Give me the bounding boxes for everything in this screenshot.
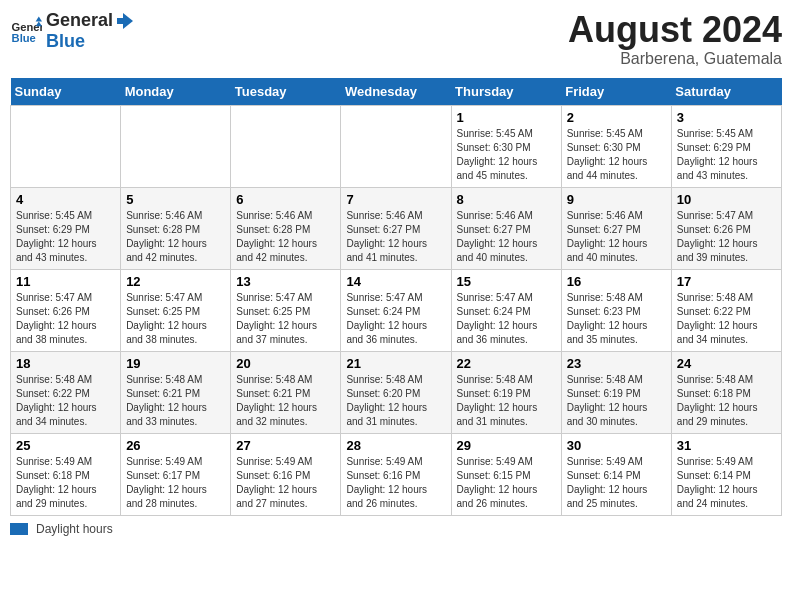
calendar-cell: 23Sunrise: 5:48 AM Sunset: 6:19 PM Dayli…	[561, 351, 671, 433]
day-number: 10	[677, 192, 776, 207]
calendar-cell: 12Sunrise: 5:47 AM Sunset: 6:25 PM Dayli…	[121, 269, 231, 351]
calendar-cell: 31Sunrise: 5:49 AM Sunset: 6:14 PM Dayli…	[671, 433, 781, 515]
day-number: 16	[567, 274, 666, 289]
day-number: 4	[16, 192, 115, 207]
day-number: 8	[457, 192, 556, 207]
day-number: 29	[457, 438, 556, 453]
day-info: Sunrise: 5:47 AM Sunset: 6:26 PM Dayligh…	[677, 209, 776, 265]
calendar-cell: 28Sunrise: 5:49 AM Sunset: 6:16 PM Dayli…	[341, 433, 451, 515]
calendar-cell: 19Sunrise: 5:48 AM Sunset: 6:21 PM Dayli…	[121, 351, 231, 433]
logo-icon: General Blue	[10, 15, 42, 47]
day-info: Sunrise: 5:46 AM Sunset: 6:27 PM Dayligh…	[457, 209, 556, 265]
calendar-cell: 8Sunrise: 5:46 AM Sunset: 6:27 PM Daylig…	[451, 187, 561, 269]
day-info: Sunrise: 5:49 AM Sunset: 6:15 PM Dayligh…	[457, 455, 556, 511]
day-info: Sunrise: 5:49 AM Sunset: 6:14 PM Dayligh…	[567, 455, 666, 511]
calendar-cell: 24Sunrise: 5:48 AM Sunset: 6:18 PM Dayli…	[671, 351, 781, 433]
day-info: Sunrise: 5:48 AM Sunset: 6:19 PM Dayligh…	[567, 373, 666, 429]
calendar-cell: 20Sunrise: 5:48 AM Sunset: 6:21 PM Dayli…	[231, 351, 341, 433]
week-row-1: 1Sunrise: 5:45 AM Sunset: 6:30 PM Daylig…	[11, 105, 782, 187]
day-info: Sunrise: 5:47 AM Sunset: 6:26 PM Dayligh…	[16, 291, 115, 347]
day-number: 5	[126, 192, 225, 207]
day-number: 2	[567, 110, 666, 125]
calendar-cell: 18Sunrise: 5:48 AM Sunset: 6:22 PM Dayli…	[11, 351, 121, 433]
calendar-cell	[11, 105, 121, 187]
col-header-friday: Friday	[561, 78, 671, 106]
day-info: Sunrise: 5:45 AM Sunset: 6:29 PM Dayligh…	[16, 209, 115, 265]
calendar-cell	[341, 105, 451, 187]
day-number: 18	[16, 356, 115, 371]
day-info: Sunrise: 5:49 AM Sunset: 6:16 PM Dayligh…	[236, 455, 335, 511]
day-number: 6	[236, 192, 335, 207]
day-number: 12	[126, 274, 225, 289]
calendar-cell: 29Sunrise: 5:49 AM Sunset: 6:15 PM Dayli…	[451, 433, 561, 515]
calendar-cell: 22Sunrise: 5:48 AM Sunset: 6:19 PM Dayli…	[451, 351, 561, 433]
day-info: Sunrise: 5:46 AM Sunset: 6:28 PM Dayligh…	[236, 209, 335, 265]
calendar-cell: 3Sunrise: 5:45 AM Sunset: 6:29 PM Daylig…	[671, 105, 781, 187]
title-block: August 2024 Barberena, Guatemala	[568, 10, 782, 68]
day-number: 20	[236, 356, 335, 371]
col-header-sunday: Sunday	[11, 78, 121, 106]
day-number: 23	[567, 356, 666, 371]
calendar-cell: 16Sunrise: 5:48 AM Sunset: 6:23 PM Dayli…	[561, 269, 671, 351]
day-info: Sunrise: 5:46 AM Sunset: 6:27 PM Dayligh…	[567, 209, 666, 265]
day-info: Sunrise: 5:47 AM Sunset: 6:24 PM Dayligh…	[346, 291, 445, 347]
day-info: Sunrise: 5:46 AM Sunset: 6:28 PM Dayligh…	[126, 209, 225, 265]
day-info: Sunrise: 5:47 AM Sunset: 6:24 PM Dayligh…	[457, 291, 556, 347]
day-number: 24	[677, 356, 776, 371]
day-number: 28	[346, 438, 445, 453]
daylight-bar-icon	[10, 523, 28, 535]
day-info: Sunrise: 5:48 AM Sunset: 6:20 PM Dayligh…	[346, 373, 445, 429]
day-info: Sunrise: 5:48 AM Sunset: 6:22 PM Dayligh…	[16, 373, 115, 429]
day-number: 13	[236, 274, 335, 289]
daylight-label: Daylight hours	[36, 522, 113, 536]
day-info: Sunrise: 5:46 AM Sunset: 6:27 PM Dayligh…	[346, 209, 445, 265]
calendar-cell: 30Sunrise: 5:49 AM Sunset: 6:14 PM Dayli…	[561, 433, 671, 515]
day-number: 27	[236, 438, 335, 453]
calendar-subtitle: Barberena, Guatemala	[568, 50, 782, 68]
day-number: 31	[677, 438, 776, 453]
day-info: Sunrise: 5:45 AM Sunset: 6:29 PM Dayligh…	[677, 127, 776, 183]
logo-blue: Blue	[46, 31, 135, 52]
page-header: General Blue General Blue August 2024 Ba…	[10, 10, 782, 68]
col-header-wednesday: Wednesday	[341, 78, 451, 106]
day-number: 19	[126, 356, 225, 371]
calendar-cell: 2Sunrise: 5:45 AM Sunset: 6:30 PM Daylig…	[561, 105, 671, 187]
calendar-cell	[121, 105, 231, 187]
calendar-cell: 5Sunrise: 5:46 AM Sunset: 6:28 PM Daylig…	[121, 187, 231, 269]
calendar-cell: 6Sunrise: 5:46 AM Sunset: 6:28 PM Daylig…	[231, 187, 341, 269]
day-info: Sunrise: 5:45 AM Sunset: 6:30 PM Dayligh…	[457, 127, 556, 183]
day-info: Sunrise: 5:47 AM Sunset: 6:25 PM Dayligh…	[126, 291, 225, 347]
day-number: 17	[677, 274, 776, 289]
calendar-table: SundayMondayTuesdayWednesdayThursdayFrid…	[10, 78, 782, 516]
calendar-cell	[231, 105, 341, 187]
day-number: 25	[16, 438, 115, 453]
calendar-cell: 15Sunrise: 5:47 AM Sunset: 6:24 PM Dayli…	[451, 269, 561, 351]
calendar-cell: 10Sunrise: 5:47 AM Sunset: 6:26 PM Dayli…	[671, 187, 781, 269]
calendar-cell: 13Sunrise: 5:47 AM Sunset: 6:25 PM Dayli…	[231, 269, 341, 351]
day-info: Sunrise: 5:45 AM Sunset: 6:30 PM Dayligh…	[567, 127, 666, 183]
calendar-cell: 27Sunrise: 5:49 AM Sunset: 6:16 PM Dayli…	[231, 433, 341, 515]
week-row-4: 18Sunrise: 5:48 AM Sunset: 6:22 PM Dayli…	[11, 351, 782, 433]
day-number: 14	[346, 274, 445, 289]
calendar-cell: 4Sunrise: 5:45 AM Sunset: 6:29 PM Daylig…	[11, 187, 121, 269]
day-number: 1	[457, 110, 556, 125]
calendar-cell: 14Sunrise: 5:47 AM Sunset: 6:24 PM Dayli…	[341, 269, 451, 351]
day-info: Sunrise: 5:48 AM Sunset: 6:19 PM Dayligh…	[457, 373, 556, 429]
day-info: Sunrise: 5:49 AM Sunset: 6:18 PM Dayligh…	[16, 455, 115, 511]
day-number: 22	[457, 356, 556, 371]
svg-marker-4	[117, 13, 133, 29]
week-row-3: 11Sunrise: 5:47 AM Sunset: 6:26 PM Dayli…	[11, 269, 782, 351]
day-info: Sunrise: 5:48 AM Sunset: 6:21 PM Dayligh…	[236, 373, 335, 429]
day-number: 11	[16, 274, 115, 289]
calendar-cell: 26Sunrise: 5:49 AM Sunset: 6:17 PM Dayli…	[121, 433, 231, 515]
calendar-cell: 1Sunrise: 5:45 AM Sunset: 6:30 PM Daylig…	[451, 105, 561, 187]
logo: General Blue General Blue	[10, 10, 135, 52]
day-info: Sunrise: 5:48 AM Sunset: 6:22 PM Dayligh…	[677, 291, 776, 347]
col-header-tuesday: Tuesday	[231, 78, 341, 106]
day-info: Sunrise: 5:48 AM Sunset: 6:21 PM Dayligh…	[126, 373, 225, 429]
day-number: 26	[126, 438, 225, 453]
day-info: Sunrise: 5:49 AM Sunset: 6:16 PM Dayligh…	[346, 455, 445, 511]
day-number: 21	[346, 356, 445, 371]
day-info: Sunrise: 5:48 AM Sunset: 6:18 PM Dayligh…	[677, 373, 776, 429]
footer: Daylight hours	[10, 522, 782, 536]
